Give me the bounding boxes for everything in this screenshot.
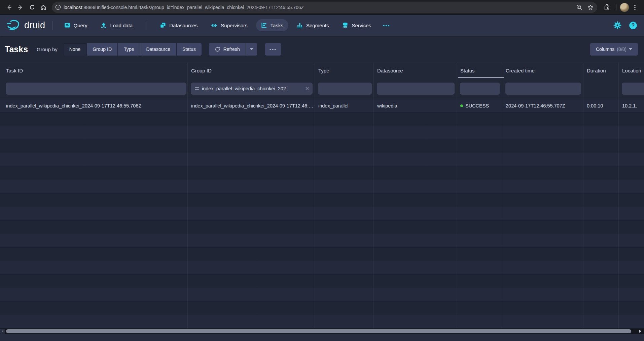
back-button[interactable] xyxy=(3,2,15,13)
chevron-down-icon xyxy=(250,48,253,50)
bookmark-star-icon[interactable] xyxy=(587,4,594,11)
column-header-task-id[interactable]: Task ID xyxy=(4,63,187,79)
filter-input-datasource[interactable] xyxy=(377,83,455,95)
query-icon xyxy=(64,22,70,28)
filter-value: index_parallel_wikipedia_chicnkei_202 xyxy=(202,86,301,91)
column-header-duration[interactable]: Duration xyxy=(585,63,618,79)
remove-filter-icon[interactable]: ✕ xyxy=(305,86,309,92)
nav-label: Load data xyxy=(110,23,133,28)
more-icon: ••• xyxy=(270,46,277,52)
group-id-filter-chip: index_parallel_wikipedia_chicnkei_202 ✕ xyxy=(191,83,313,95)
group-by-status-button[interactable]: Status xyxy=(177,43,202,56)
columns-button[interactable]: Columns (8/8) xyxy=(590,43,638,56)
column-header-status[interactable]: Status xyxy=(458,63,502,79)
help-icon[interactable]: ? xyxy=(629,21,637,30)
home-button[interactable] xyxy=(38,2,49,13)
tasks-view: Tasks Group by None Group ID Type Dataso… xyxy=(0,36,644,341)
group-by-datasource-button[interactable]: Datasource xyxy=(140,43,176,56)
group-by-label: Group by xyxy=(37,46,58,52)
status-text: SUCCESS xyxy=(465,103,489,108)
cell-created-time[interactable]: 2024-09-17T12:46:55.707Z xyxy=(504,99,583,113)
nav-supervisors[interactable]: Supervisors xyxy=(206,19,252,32)
horizontal-scrollbar[interactable] xyxy=(0,329,644,334)
nav-label: Segments xyxy=(306,23,329,28)
column-header-created-time[interactable]: Created time xyxy=(504,63,583,79)
group-by-none-button[interactable]: None xyxy=(64,43,86,56)
page-title: Tasks xyxy=(5,44,28,54)
nav-datasources[interactable]: Datasources xyxy=(155,19,203,31)
address-bar[interactable]: localhost:8888/unified-console.html#task… xyxy=(52,2,597,13)
nav-label: Tasks xyxy=(271,23,283,28)
filter-input-task-id[interactable] xyxy=(6,83,186,95)
zoom-icon[interactable] xyxy=(576,4,582,10)
nav-label: Supervisors xyxy=(221,23,247,28)
column-divider xyxy=(583,63,583,329)
success-status-icon xyxy=(460,104,463,107)
column-header-type[interactable]: Type xyxy=(316,63,373,79)
refresh-button[interactable]: Refresh xyxy=(209,43,246,56)
nav-segments[interactable]: Segments xyxy=(292,19,334,31)
scrollbar-thumb[interactable] xyxy=(6,329,631,333)
settings-gear-icon[interactable] xyxy=(613,21,621,29)
columns-count: (8/8) xyxy=(617,46,627,52)
kebab-menu-icon xyxy=(632,4,638,10)
column-divider xyxy=(187,63,188,329)
nav-services[interactable]: Services xyxy=(337,19,376,31)
group-by-type-button[interactable]: Type xyxy=(118,43,140,56)
empty-rows-area xyxy=(0,113,644,329)
column-header-datasource[interactable]: Datasource xyxy=(375,63,456,79)
extensions-button[interactable] xyxy=(601,2,613,13)
filter-input-group-id[interactable]: index_parallel_wikipedia_chicnkei_202 ✕ xyxy=(191,83,313,95)
druid-brand[interactable]: druid xyxy=(7,19,45,31)
reload-icon xyxy=(29,4,35,10)
nav-label: Datasources xyxy=(169,23,198,28)
eye-icon xyxy=(211,22,217,29)
upload-icon xyxy=(101,22,107,28)
site-info-icon[interactable] xyxy=(55,4,61,10)
cell-group-id[interactable]: index_parallel_wikipedia_chicnkei_2024-0… xyxy=(189,99,314,113)
refresh-interval-button[interactable] xyxy=(246,43,257,56)
group-by-button-group: None Group ID Type Datasource Status xyxy=(64,43,202,56)
scroll-right-button[interactable] xyxy=(638,329,643,334)
cell-task-id[interactable]: index_parallel_wikipedia_chicnkei_2024-0… xyxy=(4,99,187,113)
cell-status[interactable]: SUCCESS xyxy=(458,99,502,113)
nav-load-data[interactable]: Load data xyxy=(96,19,138,31)
header-more-button[interactable]: ••• xyxy=(265,43,281,56)
cell-location[interactable]: 10.2.1. xyxy=(620,99,644,113)
cell-type[interactable]: index_parallel xyxy=(316,99,373,113)
scroll-left-icon xyxy=(2,330,3,333)
forward-icon xyxy=(17,4,24,11)
database-icon xyxy=(342,22,348,28)
home-icon xyxy=(40,4,47,11)
stacked-bars-icon xyxy=(297,22,303,28)
datasources-icon xyxy=(160,22,166,28)
nav-tasks[interactable]: Tasks xyxy=(256,19,288,31)
column-header-group-id[interactable]: Group ID xyxy=(189,63,314,79)
filter-input-location[interactable] xyxy=(622,83,644,95)
profile-avatar[interactable] xyxy=(620,3,629,12)
equals-operator-icon xyxy=(195,87,199,90)
url-text: localhost:8888/unified-console.html#task… xyxy=(64,5,573,10)
column-divider xyxy=(315,63,315,329)
nav-query[interactable]: Query xyxy=(59,19,93,31)
cell-duration[interactable]: 0:00:10 xyxy=(585,99,618,113)
filter-input-status[interactable] xyxy=(460,83,500,95)
group-by-group-id-button[interactable]: Group ID xyxy=(87,43,117,56)
cell-datasource[interactable]: wikipedia xyxy=(375,99,456,113)
scroll-left-button[interactable] xyxy=(0,329,5,334)
refresh-label: Refresh xyxy=(223,46,240,52)
filter-input-type[interactable] xyxy=(318,83,372,95)
browser-menu-button[interactable] xyxy=(629,2,641,13)
refresh-split-button: Refresh xyxy=(209,43,257,56)
forward-button[interactable] xyxy=(15,2,26,13)
table-header-row: Task ID Group ID Type Datasource Status … xyxy=(0,63,644,78)
reload-button[interactable] xyxy=(26,2,38,13)
chevron-down-icon xyxy=(629,48,632,50)
table-row[interactable]: index_parallel_wikipedia_chicnkei_2024-0… xyxy=(0,99,644,113)
scroll-right-icon xyxy=(639,330,641,333)
druid-logo-icon xyxy=(7,19,21,31)
nav-more-button[interactable]: ••• xyxy=(380,20,394,31)
table-filter-row: index_parallel_wikipedia_chicnkei_202 ✕ xyxy=(0,78,644,99)
column-header-location[interactable]: Location xyxy=(620,63,644,79)
filter-input-created-time[interactable] xyxy=(505,83,581,95)
